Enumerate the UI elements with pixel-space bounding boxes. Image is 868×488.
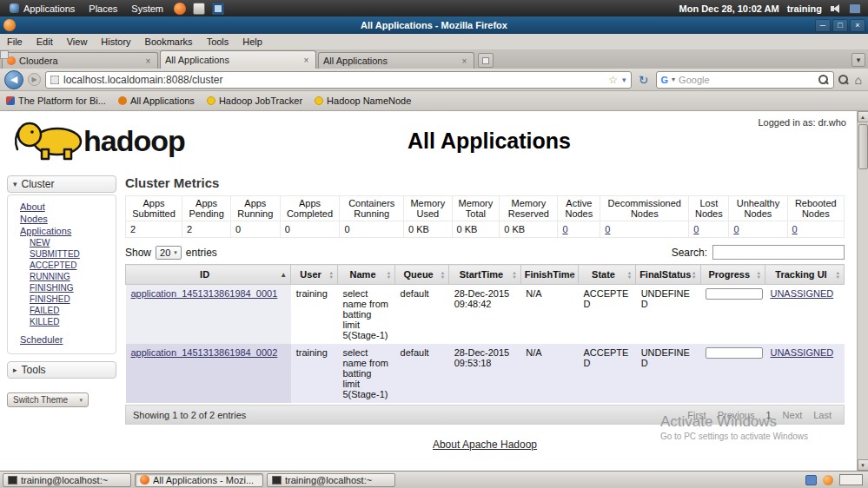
unhealthy-nodes-link[interactable]: 0: [733, 224, 739, 234]
column-header-finishtime[interactable]: FinishTime▲▼: [520, 265, 578, 285]
applications-menu[interactable]: Applications: [3, 0, 82, 16]
new-tab-button[interactable]: [478, 53, 494, 68]
sidebar-item-finished[interactable]: FINISHED: [30, 294, 113, 304]
search-icon[interactable]: [818, 75, 829, 85]
active-nodes-link[interactable]: 0: [562, 224, 567, 234]
tab-close-icon[interactable]: ×: [460, 56, 469, 66]
bookmark-namenode[interactable]: Hadoop NameNode: [315, 96, 411, 106]
column-header-tracking-ui[interactable]: Tracking UI▲▼: [765, 265, 844, 285]
bookmark-star-icon[interactable]: ☆: [608, 74, 618, 86]
vertical-scrollbar[interactable]: ▲ ▼: [857, 111, 868, 471]
url-dropdown-icon[interactable]: ▾: [622, 76, 626, 84]
close-button[interactable]: ×: [850, 19, 865, 32]
scrollbar-thumb[interactable]: [858, 124, 868, 169]
application-id-link[interactable]: application_1451313861984_0002: [131, 347, 278, 358]
maximize-button[interactable]: □: [832, 19, 848, 32]
pagination-first[interactable]: First: [687, 410, 706, 420]
sidebar-item-finishing[interactable]: FINISHING: [30, 283, 113, 293]
lost-nodes-link[interactable]: 0: [693, 224, 699, 234]
rebooted-nodes-link[interactable]: 0: [792, 224, 798, 234]
terminal-launcher-icon[interactable]: [193, 3, 205, 15]
sidebar-item-about[interactable]: About: [20, 201, 113, 212]
pagination-last[interactable]: Last: [813, 410, 832, 420]
switch-theme-button[interactable]: Switch Theme ▾: [7, 392, 89, 407]
sidebar-item-submitted[interactable]: SUBMITTED: [30, 249, 113, 259]
tracking-ui-link[interactable]: UNASSIGNED: [770, 288, 833, 299]
bookmark-platform[interactable]: The Platform for Bi...: [6, 96, 106, 106]
window-titlebar[interactable]: All Applications - Mozilla Firefox ─ □ ×: [0, 16, 868, 34]
menu-tools[interactable]: Tools: [200, 36, 236, 47]
minimize-button[interactable]: ─: [815, 19, 831, 32]
panel-tray-icon[interactable]: [849, 3, 861, 14]
tab-close-icon[interactable]: ×: [301, 56, 311, 65]
tab-all-applications-active[interactable]: All Applications ×: [160, 50, 316, 69]
url-bar[interactable]: localhost.localdomain:8088/cluster ☆ ▾: [45, 71, 632, 89]
url-text[interactable]: localhost.localdomain:8088/cluster: [63, 74, 604, 86]
sidebar-item-nodes[interactable]: Nodes: [20, 214, 113, 224]
column-header-progress[interactable]: Progress▲▼: [700, 265, 765, 285]
menu-history[interactable]: History: [94, 36, 137, 47]
panel-clock[interactable]: Mon Dec 28, 10:02 AM: [679, 3, 779, 14]
task-button-terminal-1[interactable]: training@localhost:~: [3, 473, 131, 487]
sidebar-item-scheduler[interactable]: Scheduler: [20, 334, 113, 345]
menu-file[interactable]: File: [0, 36, 30, 47]
panel-username[interactable]: training: [787, 3, 822, 14]
menu-bookmarks[interactable]: Bookmarks: [138, 36, 200, 47]
search-engine-name[interactable]: Google: [679, 75, 814, 85]
column-header-id[interactable]: ID▲: [126, 265, 291, 285]
sidebar-item-applications[interactable]: Applications: [20, 226, 113, 236]
search-bar[interactable]: G ▾ Google: [656, 71, 834, 89]
column-header-user[interactable]: User▲▼: [291, 265, 338, 285]
bookmark-jobtracker[interactable]: Hadoop JobTracker: [207, 96, 302, 106]
search-input[interactable]: [712, 245, 845, 260]
back-button[interactable]: ◀: [4, 70, 23, 89]
pagination-previous[interactable]: Previous: [718, 410, 755, 420]
search-engine-dropdown-icon[interactable]: ▾: [672, 76, 675, 83]
application-id-link[interactable]: application_1451313861984_0001: [131, 288, 278, 299]
task-button-firefox[interactable]: All Applications - Mozi...: [135, 473, 263, 487]
sidebar-item-accepted[interactable]: ACCEPTED: [30, 260, 113, 270]
volume-icon[interactable]: [830, 3, 841, 14]
list-all-tabs-button[interactable]: ▾: [851, 53, 865, 67]
column-header-name[interactable]: Name▲▼: [337, 265, 394, 285]
display-launcher-icon[interactable]: [212, 3, 224, 15]
firefox-launcher-icon[interactable]: [174, 3, 186, 15]
sidebar-section-tools[interactable]: ▸ Tools: [7, 361, 116, 379]
column-header-starttime[interactable]: StartTime▲▼: [449, 265, 521, 285]
tray-notification-icon[interactable]: [823, 475, 833, 485]
workspace-switcher[interactable]: [839, 474, 863, 485]
tab-all-applications-2[interactable]: All Applications ×: [318, 52, 474, 69]
column-header-finalstatus[interactable]: FinalStatus▲▼: [636, 265, 700, 285]
decommissioned-nodes-link[interactable]: 0: [605, 224, 610, 234]
forward-button[interactable]: ▶: [28, 73, 41, 86]
about-hadoop-link[interactable]: About Apache Hadoop: [433, 439, 537, 451]
menu-help[interactable]: Help: [235, 36, 269, 47]
home-icon[interactable]: ⌂: [855, 73, 862, 87]
tab-close-icon[interactable]: ×: [143, 56, 153, 66]
column-header-state[interactable]: State▲▼: [578, 265, 635, 285]
column-header-queue[interactable]: Queue▲▼: [395, 265, 449, 285]
page-size-select[interactable]: 20 ▾: [156, 246, 182, 260]
tracking-ui-link[interactable]: UNASSIGNED: [770, 347, 833, 358]
bookmark-all-applications[interactable]: All Applications: [118, 96, 195, 106]
places-menu[interactable]: Places: [82, 0, 124, 16]
pagination-page-1[interactable]: 1: [765, 410, 771, 420]
search-go-icon[interactable]: [838, 75, 849, 85]
sidebar-item-killed[interactable]: KILLED: [30, 317, 113, 326]
sidebar-item-new[interactable]: NEW: [30, 238, 113, 247]
sidebar-section-cluster[interactable]: ▾ Cluster: [7, 175, 116, 193]
sidebar-item-failed[interactable]: FAILED: [30, 306, 113, 315]
scroll-up-button[interactable]: ▲: [858, 111, 868, 122]
reload-button[interactable]: ↻: [636, 72, 652, 88]
sidebar-item-running[interactable]: RUNNING: [30, 272, 113, 281]
metric-value: 0: [280, 221, 340, 238]
bookmark-favicon: [207, 96, 215, 105]
menu-view[interactable]: View: [60, 36, 95, 47]
system-menu[interactable]: System: [124, 0, 170, 16]
tab-cloudera[interactable]: Cloudera ×: [2, 52, 158, 69]
tray-icon[interactable]: [805, 475, 817, 485]
menu-edit[interactable]: Edit: [30, 36, 60, 47]
task-button-terminal-2[interactable]: training@localhost:~: [267, 473, 395, 487]
scroll-down-button[interactable]: ▼: [858, 459, 868, 471]
pagination-next[interactable]: Next: [783, 410, 803, 420]
